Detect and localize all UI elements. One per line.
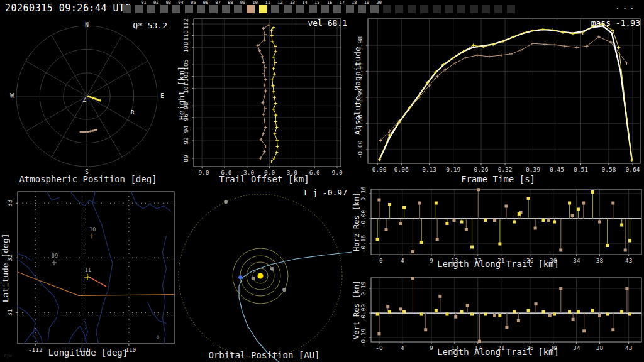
horz-res-ylabel: Horz Res [km] [352, 188, 361, 256]
svg-text:8: 8 [157, 334, 160, 340]
frame-box[interactable] [482, 5, 490, 13]
frame-box[interactable] [247, 5, 255, 13]
svg-text:0.06: 0.06 [394, 166, 409, 173]
frame-box-extra[interactable] [480, 0, 493, 16]
frame-box-19[interactable]: 19 [357, 0, 369, 16]
vert-res-ylabel: Vert Res [km] [352, 277, 361, 343]
svg-text:09: 09 [52, 253, 58, 259]
trail-offset-panel: -9.0-6.0-3.00.03.06.09.08992949698101103… [176, 16, 352, 185]
frame-box[interactable] [346, 5, 354, 13]
overflow-menu[interactable]: ... [615, 1, 636, 11]
tisserand-value: T_j -0.97 [303, 188, 347, 197]
frame-box[interactable] [309, 5, 317, 13]
frame-box-lead[interactable] [121, 0, 134, 16]
frame-box-07[interactable]: 07 [208, 0, 221, 16]
frame-box[interactable] [172, 5, 180, 13]
atmospheric-position-panel: NSWEZR Q* 53.2 Atmospheric Position [deg… [0, 16, 176, 185]
frame-box-03[interactable]: 03 [158, 0, 171, 16]
frame-box[interactable] [147, 5, 155, 13]
frame-box[interactable] [209, 5, 218, 13]
frame-box-12[interactable]: 12 [270, 0, 282, 16]
frame-box-extra[interactable] [382, 0, 394, 16]
frame-box[interactable] [185, 5, 193, 13]
frame-box[interactable] [296, 5, 304, 13]
frame-box[interactable] [259, 5, 267, 13]
frame-box[interactable] [370, 5, 379, 13]
frame-box-extra[interactable] [394, 0, 406, 16]
frame-box[interactable] [383, 5, 391, 13]
frame-box-extra[interactable] [419, 0, 431, 16]
frame-selector: 0102030405060708091011121314151617181920 [0, 0, 644, 16]
frame-box[interactable] [197, 5, 205, 13]
frame-box-01[interactable]: 01 [134, 0, 147, 16]
svg-text:0.26: 0.26 [474, 166, 489, 173]
frame-box[interactable] [271, 5, 279, 13]
svg-text:N: N [85, 21, 89, 28]
frame-box-14[interactable]: 14 [295, 0, 308, 16]
frame-box[interactable] [408, 5, 416, 13]
frame-box-02[interactable]: 02 [146, 0, 158, 16]
frame-box-13[interactable]: 13 [282, 0, 295, 16]
svg-text:Z: Z [82, 96, 86, 103]
orbital-position-panel: T_j -0.97 Orbital Position [AU] [176, 185, 352, 362]
trail-offset-plot-canvas: -9.0-6.0-3.00.03.06.09.08992949698101103… [176, 16, 352, 185]
q-star-value: Q* 53.2 [133, 21, 167, 30]
frame-box[interactable] [123, 5, 131, 13]
frame-box[interactable] [420, 5, 428, 13]
atmospheric-xlabel: Atmospheric Position [deg] [0, 174, 176, 184]
frame-box[interactable] [160, 5, 168, 13]
frame-box-17[interactable]: 17 [332, 0, 345, 16]
svg-text:11: 11 [85, 267, 91, 273]
svg-text:0.58: 0.58 [601, 166, 616, 173]
frame-box-extra[interactable] [431, 0, 444, 16]
polar-plot-canvas: NSWEZR [0, 16, 176, 185]
frame-box-15[interactable]: 15 [308, 0, 320, 16]
svg-text:0.32: 0.32 [498, 166, 513, 173]
frame-box[interactable] [494, 5, 502, 13]
svg-text:-0.00: -0.00 [369, 166, 387, 173]
map-plot-canvas: 0910118-112-111-110313233 [0, 185, 176, 362]
svg-text:W: W [10, 92, 14, 99]
frame-box-extra[interactable] [493, 0, 506, 16]
frame-box[interactable] [284, 5, 292, 13]
frame-box[interactable] [234, 5, 242, 13]
frame-box-extra[interactable] [443, 0, 456, 16]
frame-box-10[interactable]: 10 [245, 0, 258, 16]
frame-box-16[interactable]: 16 [319, 0, 332, 16]
frame-box[interactable] [333, 5, 341, 13]
watermark: rjw [4, 353, 12, 358]
frame-box-extra[interactable] [506, 0, 518, 16]
top-bar: 20260315 09:26:44 UTC 010203040506070809… [0, 0, 644, 16]
frame-box-18[interactable]: 18 [345, 0, 357, 16]
frame-box-extra[interactable] [456, 0, 469, 16]
frame-box[interactable] [135, 5, 143, 13]
frame-box[interactable] [222, 5, 230, 13]
frame-box-05[interactable]: 05 [184, 0, 196, 16]
longitude-xlabel: Longitude [deg] [0, 348, 176, 358]
svg-text:0.39: 0.39 [526, 166, 540, 173]
frame-box[interactable] [445, 5, 453, 13]
frame-box[interactable] [321, 5, 329, 13]
frame-box[interactable] [358, 5, 366, 13]
frame-box-06[interactable]: 06 [196, 0, 208, 16]
horizontal-residuals-panel: -04913172126303438430.16-0.00-0.16 Lengt… [352, 185, 644, 274]
vertical-residuals-panel: -04913172126303438430.19-0.00-0.19 Lengt… [352, 274, 644, 362]
frame-box-extra[interactable] [469, 0, 481, 16]
frame-box[interactable] [433, 5, 441, 13]
frame-box-20[interactable]: 20 [369, 0, 382, 16]
frame-box-08[interactable]: 08 [221, 0, 233, 16]
meteor-analysis-app: 20260315 09:26:44 UTC 010203040506070809… [0, 0, 644, 362]
frame-box-04[interactable]: 04 [171, 0, 184, 16]
frame-box[interactable] [507, 5, 515, 13]
height-ylabel: Height [km] [177, 19, 186, 167]
frame-box[interactable] [395, 5, 403, 13]
frame-time-xlabel: Frame Time [s] [352, 174, 644, 184]
svg-text:R: R [131, 109, 135, 116]
frame-box-09[interactable]: 09 [233, 0, 245, 16]
light-curve-panel: -0.000.060.130.190.260.320.390.450.510.5… [352, 16, 644, 185]
frame-box[interactable] [470, 5, 478, 13]
frame-box-11[interactable]: 11 [258, 0, 270, 16]
svg-text:10: 10 [89, 226, 96, 233]
frame-box[interactable] [457, 5, 465, 13]
frame-box-extra[interactable] [406, 0, 419, 16]
